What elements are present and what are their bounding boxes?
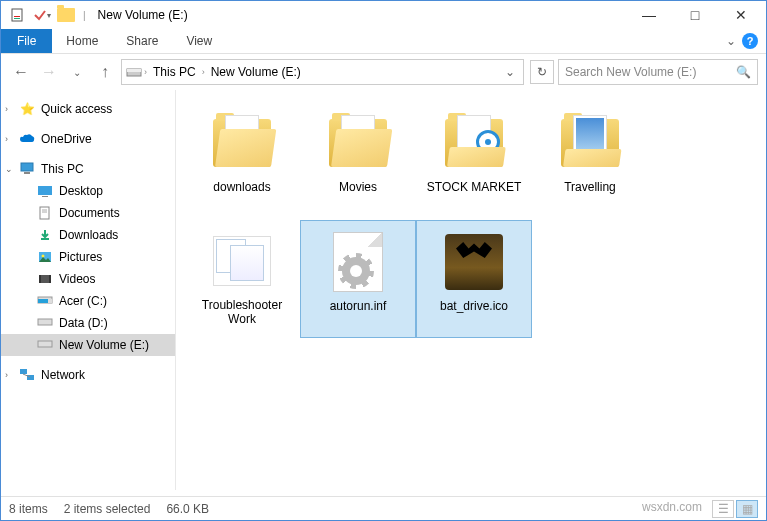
recent-locations-button[interactable]: ⌄ (65, 60, 89, 84)
folder-item-troubleshooter[interactable]: Troubleshooter Work (184, 220, 300, 338)
nav-drive-c[interactable]: Acer (C:) (1, 290, 175, 312)
svg-rect-9 (40, 207, 49, 219)
window-title: New Volume (E:) (98, 8, 188, 22)
svg-rect-19 (38, 319, 52, 325)
nav-drive-d[interactable]: Data (D:) (1, 312, 175, 334)
status-selected-count: 2 items selected (64, 502, 151, 516)
main-area: ›⭐Quick access ›OneDrive ⌄This PC Deskto… (1, 90, 766, 490)
expand-ribbon-icon[interactable]: ⌄ (726, 34, 736, 48)
computer-icon (19, 161, 35, 177)
drive-icon (126, 66, 142, 78)
star-icon: ⭐ (19, 101, 35, 117)
search-icon[interactable]: 🔍 (736, 65, 751, 79)
nav-drive-e[interactable]: New Volume (E:) (1, 334, 175, 356)
svg-rect-20 (38, 341, 52, 347)
status-item-count: 8 items (9, 502, 48, 516)
forward-button[interactable]: → (37, 60, 61, 84)
nav-onedrive[interactable]: ›OneDrive (1, 128, 175, 150)
nav-videos[interactable]: Videos (1, 268, 175, 290)
desktop-icon (37, 183, 53, 199)
svg-rect-1 (14, 16, 20, 17)
details-view-button[interactable]: ☰ (712, 500, 734, 518)
pictures-icon (37, 249, 53, 265)
status-size: 66.0 KB (166, 502, 209, 516)
up-button[interactable]: ↑ (93, 60, 117, 84)
svg-rect-16 (39, 275, 41, 283)
nav-this-pc[interactable]: ⌄This PC (1, 158, 175, 180)
svg-rect-17 (49, 275, 51, 283)
close-button[interactable]: ✕ (718, 1, 764, 29)
search-input[interactable]: Search New Volume (E:) 🔍 (558, 59, 758, 85)
cloud-icon (19, 131, 35, 147)
refresh-button[interactable]: ↻ (530, 60, 554, 84)
nav-pictures[interactable]: Pictures (1, 246, 175, 268)
svg-rect-0 (12, 9, 22, 21)
back-button[interactable]: ← (9, 60, 33, 84)
title-bar: ▾ | New Volume (E:) — □ ✕ (1, 1, 766, 29)
navigation-bar: ← → ⌄ ↑ › This PC › New Volume (E:) ⌄ ↻ … (1, 54, 766, 90)
drive-icon (37, 315, 53, 331)
drive-icon (37, 337, 53, 353)
svg-rect-6 (24, 172, 30, 174)
search-placeholder: Search New Volume (E:) (565, 65, 736, 79)
maximize-button[interactable]: □ (672, 1, 718, 29)
tab-file[interactable]: File (1, 29, 52, 53)
tab-view[interactable]: View (172, 29, 226, 53)
folder-item-travelling[interactable]: Travelling (532, 102, 648, 220)
qat-separator: | (79, 10, 90, 21)
tab-share[interactable]: Share (112, 29, 172, 53)
ribbon-tabs: File Home Share View ⌄ ? (1, 29, 766, 54)
svg-rect-7 (38, 186, 52, 195)
large-icons-view-button[interactable]: ▦ (736, 500, 758, 518)
documents-icon (37, 205, 53, 221)
breadcrumb-current[interactable]: New Volume (E:) (207, 60, 305, 84)
properties-icon[interactable] (7, 4, 29, 26)
downloads-icon (37, 227, 53, 243)
folder-icon (55, 4, 77, 26)
status-bar: 8 items 2 items selected 66.0 KB wsxdn.c… (1, 496, 766, 520)
chevron-right-icon[interactable]: › (144, 67, 147, 77)
drive-icon (37, 293, 53, 309)
file-item-autorun[interactable]: autorun.inf (300, 220, 416, 338)
file-list[interactable]: downloads Movies STOCK MARKET Travelling… (176, 90, 766, 490)
svg-rect-4 (127, 69, 141, 72)
videos-icon (37, 271, 53, 287)
watermark: wsxdn.com (642, 500, 702, 518)
address-dropdown-icon[interactable]: ⌄ (501, 65, 519, 79)
nav-downloads[interactable]: Downloads (1, 224, 175, 246)
svg-rect-5 (21, 163, 33, 171)
folder-item-movies[interactable]: Movies (300, 102, 416, 220)
nav-desktop[interactable]: Desktop (1, 180, 175, 202)
quick-access-toolbar: ▾ | (3, 4, 90, 26)
address-bar[interactable]: › This PC › New Volume (E:) ⌄ (121, 59, 524, 85)
nav-documents[interactable]: Documents (1, 202, 175, 224)
help-icon[interactable]: ? (742, 33, 758, 49)
nav-quick-access[interactable]: ›⭐Quick access (1, 98, 175, 120)
network-icon (19, 367, 35, 383)
folder-item-stock-market[interactable]: STOCK MARKET (416, 102, 532, 220)
window-controls: — □ ✕ (626, 1, 764, 29)
folder-item-downloads[interactable]: downloads (184, 102, 300, 220)
navigation-pane: ›⭐Quick access ›OneDrive ⌄This PC Deskto… (1, 90, 176, 490)
tab-home[interactable]: Home (52, 29, 112, 53)
nav-network[interactable]: ›Network (1, 364, 175, 386)
svg-rect-21 (20, 369, 27, 374)
breadcrumb-this-pc[interactable]: This PC (149, 60, 200, 84)
svg-rect-2 (14, 18, 20, 19)
chevron-right-icon[interactable]: › (202, 67, 205, 77)
checkmark-icon[interactable]: ▾ (31, 4, 53, 26)
file-item-bat-drive[interactable]: bat_drive.ico (416, 220, 532, 338)
minimize-button[interactable]: — (626, 1, 672, 29)
svg-rect-8 (42, 196, 48, 197)
